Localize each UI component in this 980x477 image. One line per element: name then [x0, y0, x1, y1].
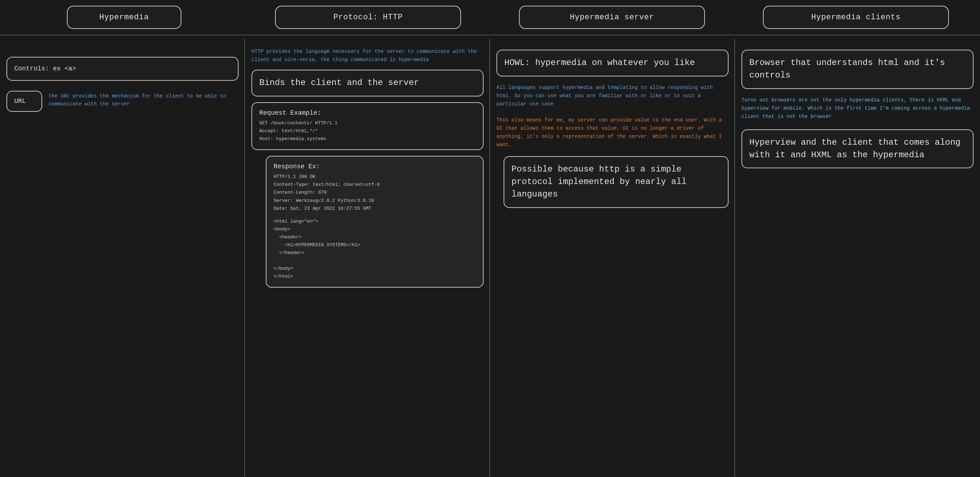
header-row: Hypermedia Protocol: HTTP Hypermedia ser… [0, 0, 980, 35]
binds-card-text: Binds the client and the server [259, 78, 419, 87]
url-card-text: URL [14, 98, 26, 105]
page-container: Hypermedia Protocol: HTTP Hypermedia ser… [0, 0, 980, 477]
column-hypermedia: Controls: ex <a> URL the URL provides th… [0, 39, 245, 477]
url-card: URL [6, 91, 42, 112]
url-row: URL the URL provides the mechanism for t… [6, 91, 239, 117]
col4-header-box: Hypermedia clients [763, 6, 949, 29]
browser-card: Browser that understands html and it's c… [741, 50, 974, 89]
column-clients: Browser that understands html and it's c… [735, 39, 980, 477]
hyperview-card: Hyperview and the client that comes alon… [741, 129, 974, 169]
col4-content: Browser that understands html and it's c… [741, 50, 974, 168]
col2-header-cell: Protocol: HTTP [248, 6, 488, 29]
col2-header-title: Protocol: HTTP [333, 13, 403, 22]
http-annotation: HTTP provides the language necessary for… [251, 46, 484, 65]
col1-header-box: Hypermedia [67, 6, 181, 29]
response-label: Response Ex: [274, 163, 476, 170]
request-card: Request Example: GET /book/contents/ HTT… [251, 102, 484, 150]
col2-content: HTTP provides the language necessary for… [251, 46, 484, 288]
col3-header-title: Hypermedia server [570, 13, 654, 22]
hyperview-card-text: Hyperview and the client that comes alon… [749, 138, 961, 160]
possible-card: Possible because http is a simple protoc… [504, 156, 729, 208]
col3-content: HOWL: hypermedia on whatever you like Al… [496, 50, 729, 208]
controls-card: Controls: ex <a> [6, 57, 239, 81]
response-card-wrapper: Response Ex: HTTP/1.1 200 OK Content-Typ… [266, 156, 484, 288]
col3-header-box: Hypermedia server [519, 6, 705, 29]
col4-header-title: Hypermedia clients [811, 13, 900, 22]
col1-cards: Controls: ex <a> URL the URL provides th… [6, 57, 239, 117]
col4-header-cell: Hypermedia clients [736, 6, 976, 29]
howl-card: HOWL: hypermedia on whatever you like [496, 50, 729, 76]
column-server: HOWL: hypermedia on whatever you like Al… [490, 39, 735, 477]
binds-card: Binds the client and the server [251, 70, 484, 97]
browser-card-text: Browser that understands html and it's c… [749, 58, 945, 80]
possible-card-text: Possible because http is a simple protoc… [511, 164, 687, 199]
column-protocol: HTTP provides the language necessary for… [245, 39, 490, 477]
col4-annotation: Turns out browsers are not the only hype… [741, 95, 974, 122]
col3-annotation1: All languages support hypermedia and tem… [496, 82, 729, 110]
url-annotation: the URL provides the mechanism for the c… [49, 92, 226, 108]
col3-annotation2: This also means for me, my server can pr… [496, 115, 729, 151]
request-code: GET /book/contents/ HTTP/1.1 Accept: tex… [259, 119, 476, 143]
response-code1: HTTP/1.1 200 OK Content-Type: text/html;… [274, 173, 476, 212]
response-card: Response Ex: HTTP/1.1 200 OK Content-Typ… [266, 156, 484, 288]
col2-header-box: Protocol: HTTP [275, 6, 461, 29]
response-code2: <html lang="en"> <body> <header> <h1>HYP… [274, 218, 476, 281]
content-area: Controls: ex <a> URL the URL provides th… [0, 35, 980, 477]
url-annotation-container: the URL provides the mechanism for the c… [49, 91, 239, 108]
col1-header-cell: Hypermedia [4, 6, 244, 29]
howl-card-text: HOWL: hypermedia on whatever you like [504, 58, 695, 68]
col1-header-title: Hypermedia [99, 13, 149, 22]
col3-header-cell: Hypermedia server [492, 6, 732, 29]
request-label: Request Example: [259, 109, 476, 116]
controls-card-text: Controls: ex <a> [14, 65, 76, 72]
